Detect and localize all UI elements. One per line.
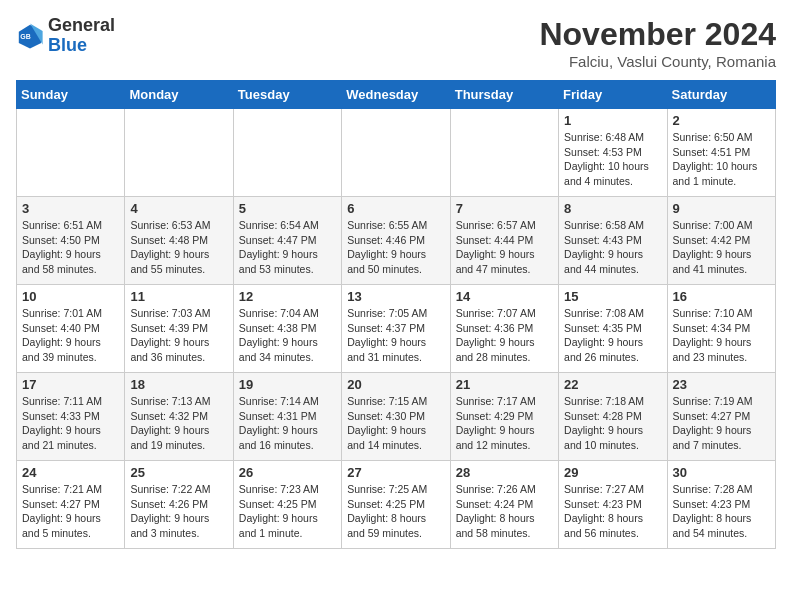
day-info: Sunrise: 7:14 AM Sunset: 4:31 PM Dayligh…: [239, 394, 336, 453]
day-number: 1: [564, 113, 661, 128]
day-info: Sunrise: 7:25 AM Sunset: 4:25 PM Dayligh…: [347, 482, 444, 541]
day-number: 14: [456, 289, 553, 304]
calendar-cell: 12Sunrise: 7:04 AM Sunset: 4:38 PM Dayli…: [233, 285, 341, 373]
day-number: 27: [347, 465, 444, 480]
day-number: 25: [130, 465, 227, 480]
day-header: Saturday: [667, 81, 775, 109]
logo-icon: GB: [16, 22, 44, 50]
day-info: Sunrise: 7:18 AM Sunset: 4:28 PM Dayligh…: [564, 394, 661, 453]
day-info: Sunrise: 6:55 AM Sunset: 4:46 PM Dayligh…: [347, 218, 444, 277]
calendar-week: 1Sunrise: 6:48 AM Sunset: 4:53 PM Daylig…: [17, 109, 776, 197]
day-info: Sunrise: 7:22 AM Sunset: 4:26 PM Dayligh…: [130, 482, 227, 541]
calendar-cell: 24Sunrise: 7:21 AM Sunset: 4:27 PM Dayli…: [17, 461, 125, 549]
calendar-cell: 10Sunrise: 7:01 AM Sunset: 4:40 PM Dayli…: [17, 285, 125, 373]
day-info: Sunrise: 6:57 AM Sunset: 4:44 PM Dayligh…: [456, 218, 553, 277]
day-number: 20: [347, 377, 444, 392]
calendar-cell: 7Sunrise: 6:57 AM Sunset: 4:44 PM Daylig…: [450, 197, 558, 285]
calendar-cell: 19Sunrise: 7:14 AM Sunset: 4:31 PM Dayli…: [233, 373, 341, 461]
calendar-cell: 16Sunrise: 7:10 AM Sunset: 4:34 PM Dayli…: [667, 285, 775, 373]
calendar-cell: 26Sunrise: 7:23 AM Sunset: 4:25 PM Dayli…: [233, 461, 341, 549]
day-number: 21: [456, 377, 553, 392]
day-number: 18: [130, 377, 227, 392]
calendar-cell: 20Sunrise: 7:15 AM Sunset: 4:30 PM Dayli…: [342, 373, 450, 461]
day-info: Sunrise: 6:54 AM Sunset: 4:47 PM Dayligh…: [239, 218, 336, 277]
day-number: 24: [22, 465, 119, 480]
day-info: Sunrise: 7:11 AM Sunset: 4:33 PM Dayligh…: [22, 394, 119, 453]
calendar-week: 10Sunrise: 7:01 AM Sunset: 4:40 PM Dayli…: [17, 285, 776, 373]
calendar-cell: 5Sunrise: 6:54 AM Sunset: 4:47 PM Daylig…: [233, 197, 341, 285]
day-info: Sunrise: 7:13 AM Sunset: 4:32 PM Dayligh…: [130, 394, 227, 453]
calendar-week: 3Sunrise: 6:51 AM Sunset: 4:50 PM Daylig…: [17, 197, 776, 285]
day-number: 12: [239, 289, 336, 304]
day-info: Sunrise: 7:17 AM Sunset: 4:29 PM Dayligh…: [456, 394, 553, 453]
calendar-cell: 1Sunrise: 6:48 AM Sunset: 4:53 PM Daylig…: [559, 109, 667, 197]
title-block: November 2024 Falciu, Vaslui County, Rom…: [539, 16, 776, 70]
day-info: Sunrise: 6:53 AM Sunset: 4:48 PM Dayligh…: [130, 218, 227, 277]
day-number: 19: [239, 377, 336, 392]
calendar-cell: [450, 109, 558, 197]
location: Falciu, Vaslui County, Romania: [539, 53, 776, 70]
calendar-cell: [17, 109, 125, 197]
calendar-cell: 30Sunrise: 7:28 AM Sunset: 4:23 PM Dayli…: [667, 461, 775, 549]
day-info: Sunrise: 6:51 AM Sunset: 4:50 PM Dayligh…: [22, 218, 119, 277]
day-info: Sunrise: 6:50 AM Sunset: 4:51 PM Dayligh…: [673, 130, 770, 189]
day-info: Sunrise: 7:26 AM Sunset: 4:24 PM Dayligh…: [456, 482, 553, 541]
day-info: Sunrise: 7:05 AM Sunset: 4:37 PM Dayligh…: [347, 306, 444, 365]
calendar-cell: 28Sunrise: 7:26 AM Sunset: 4:24 PM Dayli…: [450, 461, 558, 549]
day-header: Wednesday: [342, 81, 450, 109]
day-number: 10: [22, 289, 119, 304]
day-info: Sunrise: 7:27 AM Sunset: 4:23 PM Dayligh…: [564, 482, 661, 541]
calendar-cell: 11Sunrise: 7:03 AM Sunset: 4:39 PM Dayli…: [125, 285, 233, 373]
day-number: 22: [564, 377, 661, 392]
calendar-cell: 18Sunrise: 7:13 AM Sunset: 4:32 PM Dayli…: [125, 373, 233, 461]
day-number: 11: [130, 289, 227, 304]
calendar-cell: 17Sunrise: 7:11 AM Sunset: 4:33 PM Dayli…: [17, 373, 125, 461]
calendar-cell: 13Sunrise: 7:05 AM Sunset: 4:37 PM Dayli…: [342, 285, 450, 373]
day-number: 6: [347, 201, 444, 216]
page-header: GB General Blue November 2024 Falciu, Va…: [16, 16, 776, 70]
day-number: 9: [673, 201, 770, 216]
day-header: Tuesday: [233, 81, 341, 109]
day-number: 15: [564, 289, 661, 304]
calendar-table: SundayMondayTuesdayWednesdayThursdayFrid…: [16, 80, 776, 549]
day-number: 28: [456, 465, 553, 480]
day-info: Sunrise: 7:19 AM Sunset: 4:27 PM Dayligh…: [673, 394, 770, 453]
day-info: Sunrise: 7:15 AM Sunset: 4:30 PM Dayligh…: [347, 394, 444, 453]
day-info: Sunrise: 7:01 AM Sunset: 4:40 PM Dayligh…: [22, 306, 119, 365]
day-number: 16: [673, 289, 770, 304]
day-header: Sunday: [17, 81, 125, 109]
day-info: Sunrise: 7:21 AM Sunset: 4:27 PM Dayligh…: [22, 482, 119, 541]
calendar-cell: [125, 109, 233, 197]
calendar-week: 17Sunrise: 7:11 AM Sunset: 4:33 PM Dayli…: [17, 373, 776, 461]
day-header: Friday: [559, 81, 667, 109]
day-number: 23: [673, 377, 770, 392]
month-title: November 2024: [539, 16, 776, 53]
day-number: 4: [130, 201, 227, 216]
day-info: Sunrise: 7:03 AM Sunset: 4:39 PM Dayligh…: [130, 306, 227, 365]
day-number: 7: [456, 201, 553, 216]
calendar-cell: 8Sunrise: 6:58 AM Sunset: 4:43 PM Daylig…: [559, 197, 667, 285]
calendar-cell: 3Sunrise: 6:51 AM Sunset: 4:50 PM Daylig…: [17, 197, 125, 285]
day-info: Sunrise: 7:07 AM Sunset: 4:36 PM Dayligh…: [456, 306, 553, 365]
calendar-cell: 14Sunrise: 7:07 AM Sunset: 4:36 PM Dayli…: [450, 285, 558, 373]
day-number: 8: [564, 201, 661, 216]
day-info: Sunrise: 6:58 AM Sunset: 4:43 PM Dayligh…: [564, 218, 661, 277]
day-number: 26: [239, 465, 336, 480]
day-header: Thursday: [450, 81, 558, 109]
calendar-cell: 27Sunrise: 7:25 AM Sunset: 4:25 PM Dayli…: [342, 461, 450, 549]
svg-text:GB: GB: [20, 33, 31, 40]
day-header: Monday: [125, 81, 233, 109]
calendar-cell: [342, 109, 450, 197]
calendar-cell: 9Sunrise: 7:00 AM Sunset: 4:42 PM Daylig…: [667, 197, 775, 285]
day-number: 17: [22, 377, 119, 392]
calendar-cell: 2Sunrise: 6:50 AM Sunset: 4:51 PM Daylig…: [667, 109, 775, 197]
day-info: Sunrise: 7:04 AM Sunset: 4:38 PM Dayligh…: [239, 306, 336, 365]
day-info: Sunrise: 7:23 AM Sunset: 4:25 PM Dayligh…: [239, 482, 336, 541]
header-row: SundayMondayTuesdayWednesdayThursdayFrid…: [17, 81, 776, 109]
day-number: 30: [673, 465, 770, 480]
calendar-cell: 6Sunrise: 6:55 AM Sunset: 4:46 PM Daylig…: [342, 197, 450, 285]
calendar-week: 24Sunrise: 7:21 AM Sunset: 4:27 PM Dayli…: [17, 461, 776, 549]
day-info: Sunrise: 7:08 AM Sunset: 4:35 PM Dayligh…: [564, 306, 661, 365]
logo: GB General Blue: [16, 16, 115, 56]
logo-blue: Blue: [48, 35, 87, 55]
